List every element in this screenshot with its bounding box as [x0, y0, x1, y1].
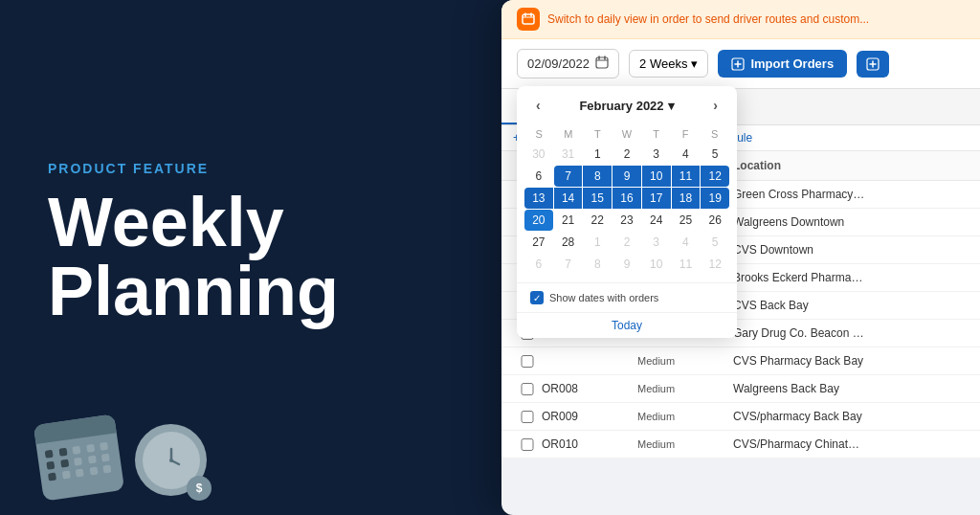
- extra-action-button[interactable]: [857, 51, 889, 78]
- cal-day[interactable]: 16: [612, 188, 641, 209]
- table-row[interactable]: OR008 Medium Walgreens Back Bay: [501, 375, 980, 403]
- cal-day[interactable]: 9: [612, 254, 641, 275]
- cal-day[interactable]: 6: [524, 254, 553, 275]
- cal-day[interactable]: 4: [672, 144, 701, 165]
- table-row[interactable]: Medium CVS Pharmacy Back Bay: [501, 347, 980, 375]
- product-feature-label: PRODUCT FEATURE: [48, 161, 488, 176]
- cal-day[interactable]: 21: [554, 210, 583, 231]
- cal-day[interactable]: 3: [642, 232, 671, 253]
- cal-day[interactable]: 5: [701, 232, 729, 253]
- cal-day[interactable]: 27: [524, 232, 553, 253]
- calendar-days-header: S M T W T F S: [524, 124, 729, 144]
- cal-day[interactable]: 7: [554, 254, 583, 275]
- cal-day[interactable]: 12: [701, 254, 729, 275]
- order-id: OR010: [542, 437, 637, 451]
- cal-day[interactable]: 11: [672, 254, 701, 275]
- cal-day[interactable]: 22: [583, 210, 612, 231]
- location-value: Green Cross Pharmacy…: [733, 188, 969, 201]
- cal-day[interactable]: 2: [612, 144, 641, 165]
- next-month-button[interactable]: ›: [707, 96, 724, 115]
- cal-day[interactable]: 28: [554, 232, 583, 253]
- order-id: OR008: [542, 382, 637, 395]
- row-checkbox[interactable]: [513, 438, 542, 451]
- cal-day[interactable]: 20: [524, 210, 553, 231]
- cal-day[interactable]: 2: [612, 232, 641, 253]
- cal-dot: [58, 448, 67, 457]
- calendar-header: ‹ February 2022 ▾ ›: [517, 86, 737, 124]
- cal-day[interactable]: 17: [642, 188, 671, 209]
- today-button[interactable]: Today: [517, 312, 737, 338]
- calendar-grid: S M T W T F S 30 31 1 2 3 4 5 6 7 8: [517, 124, 737, 282]
- decorative-icons: $: [38, 419, 207, 496]
- cal-dot: [103, 464, 112, 473]
- month-year-text: February 2022: [579, 99, 663, 113]
- cal-dot: [60, 459, 69, 468]
- clock-wrapper: $: [135, 424, 207, 496]
- row-checkbox[interactable]: [513, 355, 542, 368]
- table-row[interactable]: OR009 Medium CVS/pharmacy Back Bay: [501, 403, 980, 431]
- svg-rect-7: [596, 57, 608, 68]
- cal-day[interactable]: 31: [554, 144, 583, 165]
- row-checkbox[interactable]: [513, 411, 542, 423]
- location-value: Gary Drug Co. Beacon …: [733, 326, 969, 340]
- month-year-label[interactable]: February 2022 ▾: [579, 99, 674, 113]
- cal-day[interactable]: 3: [642, 144, 671, 165]
- cal-day[interactable]: 13: [524, 188, 553, 209]
- cal-day[interactable]: 19: [701, 188, 729, 209]
- row-checkbox[interactable]: [513, 383, 542, 395]
- calendar-dots: [36, 433, 123, 489]
- checkbox-icon: ✓: [530, 291, 544, 304]
- cal-dot: [48, 473, 56, 481]
- show-dates-checkbox-label[interactable]: ✓ Show dates with orders: [530, 291, 658, 304]
- cal-dot: [76, 469, 84, 478]
- cal-day[interactable]: 26: [701, 210, 729, 231]
- date-input[interactable]: 02/09/2022: [517, 49, 619, 78]
- location-value: CVS/Pharmacy Chinat…: [733, 437, 969, 451]
- calendar-decorative-icon: [33, 414, 124, 501]
- dollar-badge-icon: $: [187, 476, 212, 501]
- prev-month-button[interactable]: ‹: [530, 96, 546, 115]
- import-orders-button[interactable]: Import Orders: [718, 50, 847, 78]
- cal-day[interactable]: 23: [612, 210, 641, 231]
- notification-text: Switch to daily view in order to send dr…: [547, 12, 869, 26]
- cal-day[interactable]: 24: [642, 210, 671, 231]
- cal-day[interactable]: 1: [583, 232, 612, 253]
- cal-day[interactable]: 14: [554, 188, 583, 209]
- svg-rect-3: [523, 14, 534, 24]
- cal-dot: [86, 444, 95, 453]
- show-dates-label: Show dates with orders: [549, 292, 658, 303]
- cal-day[interactable]: 1: [583, 144, 612, 165]
- cal-day[interactable]: 9: [612, 166, 641, 187]
- day-header: T: [583, 128, 612, 140]
- cal-day[interactable]: 10: [642, 166, 671, 187]
- cal-dot: [100, 442, 108, 451]
- cal-day[interactable]: 12: [701, 166, 729, 187]
- priority-value: Medium: [637, 355, 733, 367]
- day-header: S: [524, 128, 554, 140]
- cal-day[interactable]: 6: [524, 166, 553, 187]
- cal-dot: [74, 458, 82, 466]
- cal-day[interactable]: 7: [554, 166, 583, 187]
- cal-dot: [89, 466, 98, 475]
- cal-day[interactable]: 8: [583, 166, 612, 187]
- cal-day[interactable]: 8: [583, 254, 612, 275]
- location-value: CVS Downtown: [733, 243, 969, 257]
- notification-bar: Switch to daily view in order to send dr…: [501, 0, 980, 39]
- chevron-down-icon: ▾: [668, 99, 675, 113]
- table-row[interactable]: OR010 Medium CVS/Pharmacy Chinat…: [501, 431, 980, 459]
- calendar-popup: ‹ February 2022 ▾ › S M T W T F S 30 31 …: [517, 86, 737, 338]
- cal-day[interactable]: 15: [583, 188, 612, 209]
- cal-day[interactable]: 4: [672, 232, 701, 253]
- toolbar: 02/09/2022 2 Weeks ▾ Import Orders: [501, 39, 980, 89]
- cal-day[interactable]: 30: [524, 144, 553, 165]
- location-value: CVS Pharmacy Back Bay: [733, 354, 969, 368]
- cal-day[interactable]: 18: [672, 188, 701, 209]
- cal-day[interactable]: 5: [701, 144, 729, 165]
- cal-day[interactable]: 10: [642, 254, 671, 275]
- day-header: M: [554, 128, 584, 140]
- cal-day[interactable]: 25: [672, 210, 701, 231]
- weeks-selector[interactable]: 2 Weeks ▾: [629, 50, 708, 78]
- priority-value: Medium: [637, 383, 733, 394]
- cal-dot: [61, 471, 70, 480]
- cal-day[interactable]: 11: [672, 166, 701, 187]
